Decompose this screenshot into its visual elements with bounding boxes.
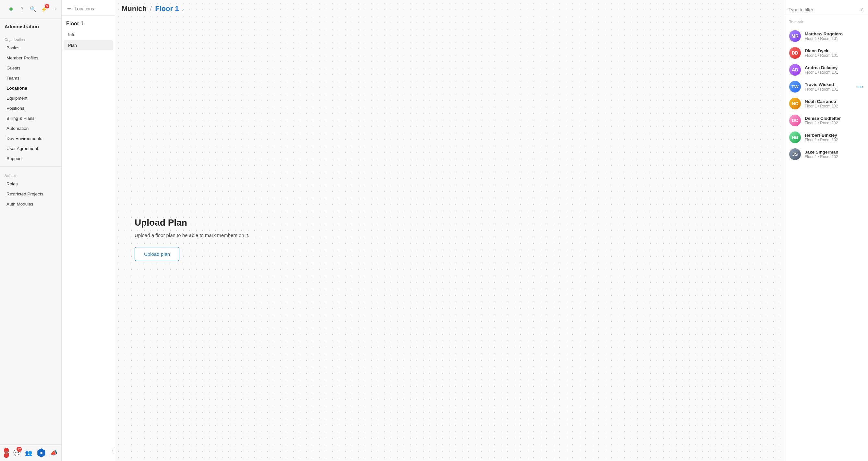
member-item[interactable]: MR Matthew Ruggiero Floor 1 / Room 101: [784, 28, 868, 45]
member-avatar: DD: [789, 47, 801, 59]
member-info: Matthew Ruggiero Floor 1 / Room 101: [805, 31, 843, 41]
member-name: Travis Wickett: [805, 82, 838, 87]
member-name: Herbert Binkley: [805, 133, 838, 138]
help-icon[interactable]: ?: [18, 5, 26, 13]
upload-plan-button[interactable]: Upload plan: [134, 247, 179, 261]
access-section-label: Access: [0, 169, 61, 179]
member-info: Diana Dyck Floor 1 / Room 101: [805, 48, 838, 58]
me-badge: me: [857, 84, 863, 89]
filter-input[interactable]: [788, 4, 861, 15]
member-avatar: HB: [789, 132, 801, 143]
cp-icon[interactable]: CP: [4, 448, 9, 458]
floor-dropdown-icon[interactable]: ⌄: [181, 6, 185, 12]
sidebar-item-member-profiles[interactable]: Member Profiles: [2, 53, 59, 63]
member-avatar: AD: [789, 64, 801, 76]
back-label: Locations: [74, 6, 94, 11]
members-list: MR Matthew Ruggiero Floor 1 / Room 101 D…: [784, 28, 868, 163]
sidebar-item-locations[interactable]: Locations: [2, 83, 59, 93]
member-name: Noah Carranco: [805, 99, 838, 104]
member-info: Denise Clodfelter Floor 1 / Room 102: [805, 116, 841, 125]
sidebar-item-basics[interactable]: Basics: [2, 43, 59, 53]
sidebar-item-auth-modules[interactable]: Auth Modules: [2, 199, 59, 209]
member-info: Andrea Delacey Floor 1 / Room 101: [805, 65, 838, 75]
top-bar: A M ? 🔍 ⚡ 5 +: [0, 0, 61, 19]
sidebar-item-restricted-projects[interactable]: Restricted Projects: [2, 189, 59, 199]
notification-badge: 5: [45, 4, 49, 8]
sidebar-item-positions[interactable]: Positions: [2, 104, 59, 113]
member-name: Diana Dyck: [805, 48, 838, 53]
chat-icon[interactable]: 💬 17: [13, 448, 21, 458]
upload-plan-title: Upload Plan: [134, 218, 187, 228]
sidebar-divider: [0, 166, 61, 167]
member-name: Andrea Delacey: [805, 65, 838, 70]
member-item[interactable]: JS Jake Singerman Floor 1 / Room 102: [784, 146, 868, 163]
upload-area: Upload Plan Upload a floor plan to be ab…: [115, 18, 784, 461]
member-room: Floor 1 / Room 101: [805, 87, 838, 91]
member-room: Floor 1 / Room 102: [805, 154, 838, 159]
floor-panel-header: ← Locations: [62, 0, 115, 16]
member-room: Floor 1 / Room 101: [805, 70, 838, 75]
member-avatar: DC: [789, 115, 801, 126]
bottom-bar: CP 💬 17 👥 ■ 📣 ⋯: [0, 444, 61, 461]
chat-badge: 17: [17, 447, 22, 452]
sidebar-item-automation[interactable]: Automation: [2, 124, 59, 133]
people-icon[interactable]: 👥: [25, 448, 32, 458]
member-avatar: JS: [789, 148, 801, 160]
back-button[interactable]: ←: [66, 5, 72, 12]
member-avatar: TW: [789, 81, 801, 92]
main-header: Munich / Floor 1 ⌄: [115, 0, 784, 18]
member-avatar: MR: [789, 30, 801, 42]
member-info: Jake Singerman Floor 1 / Room 102: [805, 150, 838, 159]
member-item[interactable]: NC Noah Carranco Floor 1 / Room 102: [784, 95, 868, 112]
member-room: Floor 1 / Room 102: [805, 121, 841, 125]
member-item[interactable]: DD Diana Dyck Floor 1 / Room 101: [784, 45, 868, 61]
member-room: Floor 1 / Room 102: [805, 104, 838, 109]
member-name: Matthew Ruggiero: [805, 31, 843, 36]
shield-hex-icon[interactable]: ■: [37, 448, 46, 458]
megaphone-icon[interactable]: 📣: [50, 448, 57, 458]
member-item[interactable]: DC Denise Clodfelter Floor 1 / Room 102: [784, 112, 868, 129]
member-info: Herbert Binkley Floor 1 / Room 102: [805, 133, 838, 142]
search-icon[interactable]: 🔍: [29, 5, 37, 13]
left-sidebar: A M ? 🔍 ⚡ 5 + Administration Organizatio…: [0, 0, 62, 461]
floor-title: Floor 1: [62, 16, 115, 29]
notification-icon[interactable]: [7, 5, 15, 13]
top-icons: ? 🔍 ⚡ 5 +: [7, 5, 59, 13]
member-item[interactable]: TW Travis Wickett Floor 1 / Room 101 me: [784, 78, 868, 95]
breadcrumb-floor[interactable]: Floor 1: [155, 4, 179, 13]
main-content: Munich / Floor 1 ⌄ Upload Plan Upload a …: [115, 0, 784, 461]
sidebar-item-equipment[interactable]: Equipment: [2, 93, 59, 103]
upload-plan-description: Upload a floor plan to be able to mark m…: [134, 232, 249, 238]
to-mark-label: To mark: [784, 19, 868, 28]
breadcrumb-separator: /: [150, 4, 152, 13]
member-name: Denise Clodfelter: [805, 116, 841, 121]
sidebar-item-roles[interactable]: Roles: [2, 179, 59, 189]
member-name: Jake Singerman: [805, 150, 838, 154]
member-item[interactable]: AD Andrea Delacey Floor 1 / Room 101: [784, 61, 868, 78]
lightning-icon[interactable]: ⚡ 5: [40, 5, 48, 13]
floor-panel: ← Locations Floor 1 Info Plan «: [62, 0, 115, 461]
collapse-panel-button[interactable]: «: [112, 447, 115, 455]
sidebar-item-guests[interactable]: Guests: [2, 63, 59, 73]
add-icon[interactable]: +: [51, 5, 59, 13]
member-room: Floor 1 / Room 101: [805, 53, 838, 58]
floor-nav-info[interactable]: Info: [64, 30, 113, 39]
sidebar-item-billing[interactable]: Billing & Plans: [2, 114, 59, 123]
member-item[interactable]: HB Herbert Binkley Floor 1 / Room 102: [784, 129, 868, 146]
right-panel: 8 To mark MR Matthew Ruggiero Floor 1 / …: [784, 0, 868, 461]
member-info: Noah Carranco Floor 1 / Room 102: [805, 99, 838, 109]
member-info: Travis Wickett Floor 1 / Room 101: [805, 82, 838, 91]
member-room: Floor 1 / Room 101: [805, 36, 843, 41]
breadcrumb-city: Munich: [122, 4, 147, 13]
sidebar-item-teams[interactable]: Teams: [2, 74, 59, 83]
member-room: Floor 1 / Room 102: [805, 138, 838, 142]
sidebar-admin-title: Administration: [0, 21, 61, 32]
sidebar-item-user-agreement[interactable]: User Agreement: [2, 144, 59, 153]
org-section-label: Organization: [0, 33, 61, 43]
member-avatar: NC: [789, 98, 801, 109]
sidebar-item-support[interactable]: Support: [2, 154, 59, 163]
sidebar-item-dev-environments[interactable]: Dev Environments: [2, 134, 59, 143]
floor-nav-plan[interactable]: Plan: [64, 40, 113, 50]
filter-count: 8: [861, 7, 864, 12]
